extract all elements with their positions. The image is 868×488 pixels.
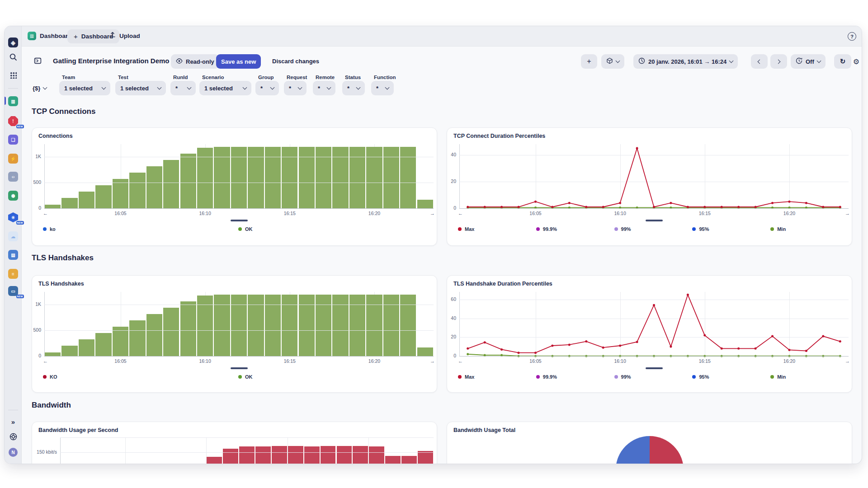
pie-bandwidth-total[interactable]: [616, 436, 684, 464]
bar-16:12[interactable]: [231, 295, 247, 356]
bar-16:17[interactable]: [321, 446, 336, 464]
bar-16:12[interactable]: [231, 147, 247, 208]
sidebar-item-expand-sidebar[interactable]: »: [5, 416, 22, 427]
bar-16:07[interactable]: [146, 166, 162, 208]
variables-button[interactable]: {$}: [31, 81, 48, 95]
pan-right-arrow[interactable]: →: [430, 211, 435, 216]
connections-chart[interactable]: 05001K16:0516:1016:1516:20←→koOK: [32, 128, 437, 245]
tls-handshakes-chart[interactable]: 05001K16:0516:1016:1516:20←→KOOK: [32, 276, 437, 392]
filter-scenario[interactable]: 1 selected: [199, 81, 251, 95]
bar-16:20[interactable]: [366, 295, 382, 356]
bar-16:11[interactable]: [214, 295, 230, 356]
bar-16:14[interactable]: [265, 295, 281, 356]
bar-16:06[interactable]: [129, 173, 145, 209]
next-range-button[interactable]: [770, 54, 787, 69]
legend-item-KO[interactable]: KO: [43, 374, 238, 380]
bar-16:02[interactable]: [61, 198, 77, 208]
bar-16:15[interactable]: [282, 295, 297, 356]
time-range-picker[interactable]: 20 janv. 2026, 16:01 → 16:24: [633, 54, 738, 69]
bar-16:03[interactable]: [79, 339, 94, 356]
auto-refresh-dropdown[interactable]: Off: [791, 54, 826, 69]
pan-right-arrow[interactable]: →: [845, 358, 850, 364]
bar-16:16[interactable]: [299, 147, 315, 208]
bar-16:01[interactable]: [45, 352, 61, 357]
bar-16:11[interactable]: [223, 449, 238, 464]
bar-16:01[interactable]: [45, 205, 61, 209]
save-as-new-button[interactable]: Save as new: [216, 54, 261, 69]
legend-item-ko[interactable]: ko: [43, 226, 238, 232]
refresh-button[interactable]: ↻: [834, 54, 851, 69]
sidebar-item-code-app[interactable]: ‹›: [5, 171, 22, 182]
upload-button[interactable]: Upload: [109, 32, 140, 40]
legend-item-99%[interactable]: 99%: [614, 374, 693, 380]
zoom-handle[interactable]: [646, 220, 663, 221]
sidebar-item-alerts-app[interactable]: !NEW: [5, 116, 22, 127]
filter-team[interactable]: 1 selected: [59, 81, 110, 95]
tcp-percentiles-chart[interactable]: 0204016:0516:1016:1516:20←→Max99.9%99%95…: [447, 128, 852, 245]
legend-item-Max[interactable]: Max: [458, 374, 536, 380]
pan-right-arrow[interactable]: →: [430, 358, 435, 364]
bar-16:22[interactable]: [400, 295, 416, 356]
bar-16:07[interactable]: [146, 314, 162, 356]
bar-16:05[interactable]: [113, 179, 128, 208]
sidebar-item-storage-app[interactable]: ▤: [5, 249, 22, 260]
legend-item-95%[interactable]: 95%: [692, 374, 770, 380]
bar-16:18[interactable]: [332, 295, 348, 356]
bar-16:13[interactable]: [248, 147, 264, 208]
filter-request[interactable]: *: [284, 81, 307, 95]
bar-16:14[interactable]: [272, 446, 287, 464]
bar-16:18[interactable]: [337, 446, 352, 464]
bar-16:08[interactable]: [163, 160, 179, 208]
previous-range-button[interactable]: [751, 54, 768, 69]
tls-percentiles-chart[interactable]: 020406016:0516:1016:1516:20←→Max99.9%99%…: [447, 276, 852, 392]
bar-16:16[interactable]: [304, 446, 320, 464]
sidebar-item-container-app[interactable]: ▭NEW: [5, 286, 22, 296]
pan-left-arrow[interactable]: ←: [458, 211, 463, 216]
readonly-badge[interactable]: Read-only: [171, 54, 219, 69]
sidebar-item-user-avatar[interactable]: N: [5, 447, 22, 458]
sidebar-item-search[interactable]: [5, 52, 22, 62]
bar-16:21[interactable]: [383, 295, 399, 356]
bar-16:22[interactable]: [401, 456, 417, 464]
bar-16:13[interactable]: [255, 446, 271, 464]
legend-item-Min[interactable]: Min: [770, 374, 849, 380]
bar-16:15[interactable]: [288, 446, 303, 464]
toggle-panel-button[interactable]: [32, 56, 43, 67]
bar-16:21[interactable]: [383, 147, 399, 208]
bar-16:13[interactable]: [248, 295, 264, 356]
bar-16:17[interactable]: [316, 147, 331, 208]
bar-16:19[interactable]: [349, 295, 365, 356]
filter-remote[interactable]: *: [313, 81, 335, 95]
bar-16:21[interactable]: [385, 456, 401, 464]
filter-runid[interactable]: *: [170, 81, 196, 95]
zoom-handle[interactable]: [646, 367, 663, 369]
sidebar-item-shield-app[interactable]: ⚡: [5, 153, 22, 164]
zoom-handle[interactable]: [231, 367, 248, 369]
bar-16:04[interactable]: [95, 185, 111, 208]
bar-16:09[interactable]: [180, 301, 196, 356]
filter-status[interactable]: *: [342, 81, 365, 95]
bar-16:20[interactable]: [366, 147, 382, 208]
sidebar-item-support[interactable]: [5, 431, 22, 442]
bar-16:19[interactable]: [353, 446, 368, 464]
bar-16:02[interactable]: [61, 346, 77, 356]
settings-button[interactable]: ⚙: [851, 56, 861, 67]
bar-16:03[interactable]: [79, 192, 94, 208]
legend-item-OK[interactable]: OK: [238, 374, 434, 380]
visual-mode-dropdown[interactable]: [601, 54, 624, 69]
filter-group[interactable]: *: [255, 81, 279, 95]
legend-item-95%[interactable]: 95%: [692, 226, 770, 232]
filter-function[interactable]: *: [371, 81, 394, 95]
sidebar-item-cloud-app[interactable]: ☁: [5, 231, 22, 242]
zoom-handle[interactable]: [231, 220, 248, 221]
add-panel-button[interactable]: +: [581, 54, 597, 69]
bar-16:14[interactable]: [265, 147, 281, 208]
bar-16:17[interactable]: [316, 295, 331, 356]
bar-16:08[interactable]: [163, 308, 179, 356]
legend-item-99.9%[interactable]: 99.9%: [536, 374, 614, 380]
help-button[interactable]: ?: [848, 32, 856, 41]
legend-item-OK[interactable]: OK: [238, 226, 434, 232]
sidebar-item-gatling-logo[interactable]: ◈: [5, 37, 22, 48]
sidebar-item-apps-grid[interactable]: [5, 70, 22, 80]
discard-changes-button[interactable]: Discard changes: [272, 58, 319, 65]
